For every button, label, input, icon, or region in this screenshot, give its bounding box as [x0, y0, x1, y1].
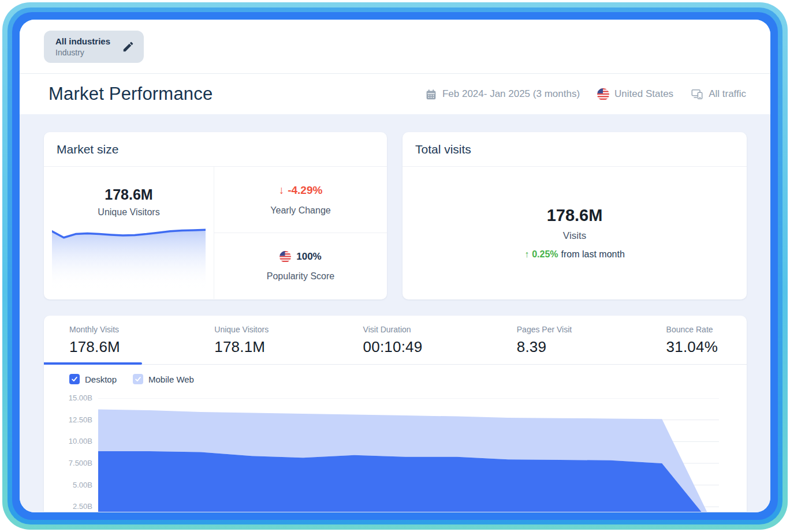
- mobile-web-checkbox[interactable]: [133, 374, 143, 384]
- y-axis-tick: 7.500B: [44, 459, 92, 468]
- page-header: Market Performance Feb 2024- Jan 2025 (3…: [20, 74, 770, 114]
- active-tab-underline: [44, 362, 142, 365]
- metric-label: Bounce Rate: [666, 325, 718, 334]
- popularity-score-label: Popularity Score: [267, 271, 334, 282]
- industry-selector-badge[interactable]: All industries Industry: [44, 31, 144, 63]
- y-axis-tick: 15.00B: [44, 394, 92, 403]
- chart-legend: Desktop Mobile Web: [69, 373, 747, 385]
- metric-value: 178.1M: [214, 338, 269, 356]
- market-size-card: Market size 178.6M Unique Visitors: [44, 132, 387, 299]
- us-flag-icon: [597, 88, 609, 100]
- y-axis-tick: 2.50B: [44, 502, 92, 511]
- traffic-trend-card: Monthly Visits 178.6M Unique Visitors 17…: [44, 316, 747, 512]
- market-size-right-column: ↓ -4.29% Yearly Change: [214, 167, 387, 299]
- metric-tab-visit-duration[interactable]: Visit Duration 00:10:49: [363, 325, 423, 364]
- y-axis-tick: 12.50B: [44, 415, 92, 425]
- unique-visitors-label: Unique Visitors: [44, 207, 214, 218]
- visits-change-suffix: from last month: [561, 249, 625, 260]
- y-axis-tick: 5.00B: [44, 481, 92, 490]
- market-size-title: Market size: [44, 132, 387, 167]
- metric-tab-bounce-rate[interactable]: Bounce Rate 31.04%: [666, 325, 718, 364]
- metric-label: Pages Per Visit: [517, 325, 572, 334]
- legend-item-mobile-web[interactable]: Mobile Web: [133, 374, 194, 384]
- metric-tab-monthly-visits[interactable]: Monthly Visits 178.6M: [69, 325, 120, 364]
- market-size-grid: 178.6M Unique Visitors: [44, 167, 387, 299]
- total-visits-card: Total visits 178.6M Visits ↑ 0.25% from …: [403, 132, 747, 299]
- visits-change-number: 0.25%: [532, 249, 558, 260]
- industry-selector-text: All industries Industry: [55, 36, 110, 57]
- metric-label: Unique Visitors: [214, 325, 269, 334]
- popularity-score-cell: 100% Popularity Score: [214, 233, 387, 299]
- check-icon: [70, 375, 79, 383]
- header-filters: Feb 2024- Jan 2025 (3 months): [425, 88, 746, 100]
- popularity-score-value: 100%: [280, 251, 321, 263]
- popularity-score-number: 100%: [296, 251, 321, 263]
- trend-chart-svg: [98, 398, 719, 512]
- down-arrow-icon: ↓: [279, 184, 285, 197]
- yearly-change-cell: ↓ -4.29% Yearly Change: [214, 167, 387, 233]
- stacked-area-chart: 15.00B12.50B10.00B7.500B5.00B2.50B: [44, 394, 747, 512]
- metric-value: 8.39: [517, 338, 572, 356]
- metric-value: 00:10:49: [363, 338, 423, 356]
- date-range-text: Feb 2024- Jan 2025 (3 months): [442, 88, 580, 100]
- industry-filter-band: All industries Industry: [20, 20, 770, 73]
- up-arrow-icon: ↑: [524, 249, 529, 260]
- industry-label: Industry: [55, 48, 110, 57]
- unique-visitors-value: 178.6M: [44, 186, 214, 203]
- total-visits-title: Total visits: [403, 132, 747, 167]
- y-axis-tick: 10.00B: [44, 437, 92, 446]
- total-visits-body: 178.6M Visits ↑ 0.25% from last month: [403, 167, 747, 299]
- metric-tab-pages-per-visit[interactable]: Pages Per Visit 8.39: [517, 325, 572, 364]
- metric-value: 178.6M: [69, 338, 120, 356]
- metric-tab-unique-visitors[interactable]: Unique Visitors 178.1M: [214, 325, 269, 364]
- check-icon: [134, 375, 142, 383]
- country-text: United States: [614, 88, 673, 100]
- total-visits-value: 178.6M: [547, 206, 603, 225]
- legend-label-mobile-web: Mobile Web: [148, 374, 194, 384]
- total-visits-change: ↑ 0.25% from last month: [524, 249, 625, 260]
- desktop-checkbox[interactable]: [69, 374, 80, 384]
- yearly-change-number: -4.29%: [288, 184, 322, 197]
- summary-cards-row: Market size 178.6M Unique Visitors: [44, 132, 747, 299]
- calendar-icon: [425, 88, 437, 100]
- dashboard-main: Market size 178.6M Unique Visitors: [20, 114, 770, 512]
- unique-visitors-cell: 178.6M Unique Visitors: [44, 167, 214, 299]
- unique-visitors-sparkline: [52, 226, 206, 296]
- traffic-filter[interactable]: All traffic: [691, 88, 746, 100]
- metrics-divider: [44, 364, 747, 365]
- country-filter[interactable]: United States: [597, 88, 673, 100]
- metrics-tab-row: Monthly Visits 178.6M Unique Visitors 17…: [44, 316, 747, 364]
- yearly-change-label: Yearly Change: [270, 205, 330, 216]
- legend-item-desktop[interactable]: Desktop: [69, 374, 117, 384]
- page-title: Market Performance: [49, 84, 213, 104]
- date-range-filter[interactable]: Feb 2024- Jan 2025 (3 months): [425, 88, 580, 100]
- pencil-edit-icon[interactable]: [122, 40, 135, 53]
- total-visits-label: Visits: [563, 230, 586, 242]
- legend-label-desktop: Desktop: [85, 374, 117, 384]
- all-traffic-devices-icon: [691, 88, 703, 100]
- metric-label: Visit Duration: [363, 325, 423, 334]
- dashboard-window: All industries Industry Market Performan…: [20, 20, 770, 512]
- traffic-text: All traffic: [709, 88, 746, 100]
- industry-value: All industries: [55, 36, 110, 46]
- metric-value: 31.04%: [666, 338, 718, 356]
- metric-label: Monthly Visits: [69, 325, 120, 334]
- us-flag-icon: [280, 251, 291, 263]
- yearly-change-value: ↓ -4.29%: [279, 184, 323, 197]
